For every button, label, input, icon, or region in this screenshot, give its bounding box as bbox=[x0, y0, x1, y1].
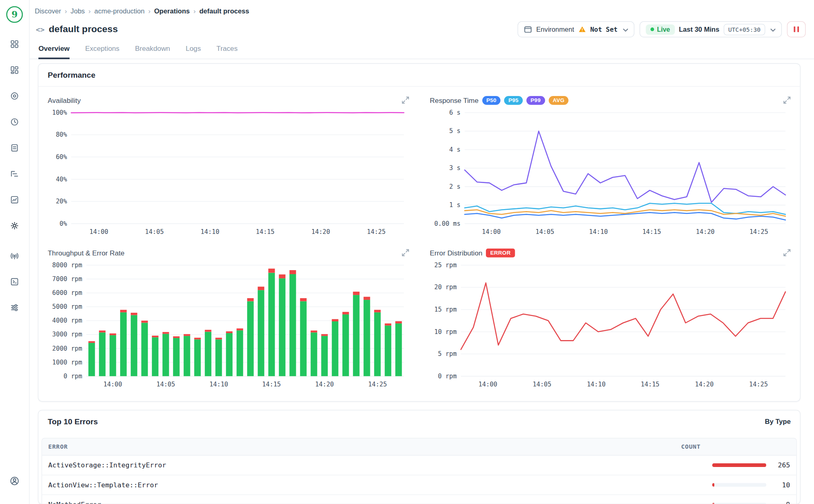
sidebar-item-target[interactable] bbox=[6, 87, 23, 105]
pause-icon bbox=[797, 26, 799, 32]
svg-text:14:00: 14:00 bbox=[479, 381, 497, 388]
breadcrumb-item[interactable]: Discover bbox=[35, 7, 61, 15]
chart-canvas-response-time[interactable]: 6 s5 s4 s3 s2 s1 s0.00 ms14:0014:0514:10… bbox=[430, 107, 790, 238]
table-row[interactable]: ActionView::Template::Error10 bbox=[42, 475, 796, 495]
breadcrumb-item[interactable]: Operations bbox=[154, 7, 190, 15]
time-range-selector[interactable]: Live Last 30 Mins UTC+05:30 bbox=[639, 21, 782, 37]
sidebar-item-chart[interactable] bbox=[6, 191, 23, 208]
count-value: 9 bbox=[772, 501, 790, 504]
sidebar-item-broadcast[interactable] bbox=[6, 247, 23, 264]
legend-badge-error[interactable]: ERROR bbox=[486, 248, 515, 257]
breadcrumb-item[interactable]: acme-production bbox=[94, 7, 145, 15]
environment-selector[interactable]: Environment Not Set bbox=[518, 21, 635, 37]
legend-badge-avg[interactable]: AVG bbox=[549, 96, 569, 105]
svg-text:40%: 40% bbox=[56, 176, 67, 183]
chart-panel-availability: Availability100%80%60%40%20%0%14:0014:05… bbox=[44, 90, 413, 242]
column-header-error: ERROR bbox=[48, 443, 681, 450]
expand-icon bbox=[402, 96, 409, 104]
tab-logs[interactable]: Logs bbox=[186, 45, 201, 59]
app-logo[interactable]: 9 bbox=[6, 6, 23, 23]
performance-card: Performance Availability100%80%60%40%20%… bbox=[38, 63, 801, 402]
chart-canvas-availability[interactable]: 100%80%60%40%20%0%14:0014:0514:1014:1514… bbox=[48, 107, 409, 238]
sidebar-item-dashboard[interactable] bbox=[6, 61, 23, 79]
svg-text:0.00 ms: 0.00 ms bbox=[434, 220, 460, 227]
svg-text:5 s: 5 s bbox=[449, 127, 461, 135]
svg-text:3000 rpm: 3000 rpm bbox=[52, 331, 82, 338]
dashboard-icon bbox=[11, 66, 19, 74]
count-cell: 9 bbox=[681, 501, 790, 504]
by-type-filter[interactable]: By Type bbox=[765, 418, 790, 425]
chart-panel-throughput: Throughput & Error Rate8000 rpm7000 rpm6… bbox=[44, 242, 413, 395]
apps-icon bbox=[11, 40, 19, 48]
svg-text:14:10: 14:10 bbox=[201, 228, 219, 236]
count-bar-track bbox=[712, 483, 766, 487]
chart-canvas-throughput[interactable]: 8000 rpm7000 rpm6000 rpm5000 rpm4000 rpm… bbox=[48, 260, 409, 391]
live-label: Live bbox=[657, 26, 670, 33]
expand-chart-button[interactable] bbox=[402, 249, 409, 256]
svg-text:80%: 80% bbox=[56, 131, 67, 138]
chart-canvas-error-distribution[interactable]: 25 rpm20 rpm15 rpm10 rpm5 rpm0 rpm14:001… bbox=[430, 260, 790, 391]
errors-table: ERROR COUNT ActiveStorage::IntegrityErro… bbox=[42, 438, 797, 504]
tab-breakdown[interactable]: Breakdown bbox=[135, 45, 170, 59]
count-value: 265 bbox=[772, 461, 790, 469]
legend-badge-p99[interactable]: P99 bbox=[526, 96, 545, 105]
environment-label: Environment bbox=[536, 25, 574, 33]
legend-badge-p95[interactable]: P95 bbox=[504, 96, 523, 105]
sidebar-item-trace[interactable] bbox=[6, 165, 23, 183]
table-row[interactable]: NoMethodError9 bbox=[42, 495, 796, 504]
svg-text:3 s: 3 s bbox=[449, 164, 461, 172]
chevron-down-icon bbox=[770, 25, 776, 34]
sliders-icon bbox=[11, 303, 19, 312]
count-value: 10 bbox=[772, 481, 790, 489]
breadcrumb-separator: › bbox=[193, 7, 196, 15]
sidebar-item-gear[interactable] bbox=[6, 217, 23, 234]
svg-text:14:10: 14:10 bbox=[210, 381, 228, 388]
sidebar-bottom bbox=[6, 472, 23, 498]
expand-chart-button[interactable] bbox=[783, 249, 791, 256]
svg-text:7000 rpm: 7000 rpm bbox=[52, 275, 82, 283]
page-header: <> default process Environment bbox=[30, 15, 814, 37]
sidebar-item-clock[interactable] bbox=[6, 113, 23, 131]
svg-text:25 rpm: 25 rpm bbox=[434, 262, 457, 269]
svg-text:4 s: 4 s bbox=[449, 146, 461, 153]
table-row[interactable]: ActiveStorage::IntegrityError265 bbox=[42, 456, 796, 475]
code-icon: <> bbox=[36, 25, 45, 33]
breadcrumb-item[interactable]: Jobs bbox=[70, 7, 85, 15]
svg-text:14:00: 14:00 bbox=[482, 228, 501, 236]
svg-text:14:20: 14:20 bbox=[311, 228, 330, 236]
sidebar-item-apps[interactable] bbox=[6, 35, 23, 53]
sidebar-item-document[interactable] bbox=[6, 139, 23, 157]
live-dot-icon bbox=[650, 28, 654, 31]
expand-chart-button[interactable] bbox=[783, 96, 791, 104]
svg-text:14:20: 14:20 bbox=[695, 381, 713, 388]
pause-button[interactable] bbox=[787, 21, 806, 37]
expand-chart-button[interactable] bbox=[402, 96, 409, 104]
svg-text:5 rpm: 5 rpm bbox=[438, 350, 457, 358]
breadcrumb-separator: › bbox=[148, 7, 151, 15]
page-title: default process bbox=[49, 24, 118, 35]
legend-badge-p50[interactable]: P50 bbox=[482, 96, 501, 105]
trace-icon bbox=[11, 170, 19, 178]
sidebar-item-sliders[interactable] bbox=[6, 299, 23, 316]
chart-title: Error Distribution bbox=[430, 249, 482, 257]
chevron-down-icon bbox=[623, 25, 628, 34]
performance-title: Performance bbox=[48, 70, 95, 79]
sidebar-item-terminal[interactable] bbox=[6, 273, 23, 290]
chart-header-throughput: Throughput & Error Rate bbox=[48, 247, 409, 259]
svg-text:5000 rpm: 5000 rpm bbox=[52, 303, 82, 310]
tab-exceptions[interactable]: Exceptions bbox=[85, 45, 119, 59]
top-errors-header: Top 10 Errors By Type bbox=[38, 410, 800, 433]
svg-text:4000 rpm: 4000 rpm bbox=[52, 317, 82, 324]
error-name: ActionView::Template::Error bbox=[48, 481, 681, 489]
sidebar-item-account[interactable] bbox=[6, 472, 23, 489]
tab-traces[interactable]: Traces bbox=[217, 45, 238, 59]
errors-table-head: ERROR COUNT bbox=[42, 439, 796, 456]
svg-text:20%: 20% bbox=[56, 198, 67, 205]
expand-icon bbox=[402, 249, 409, 256]
breadcrumb-separator: › bbox=[88, 7, 91, 15]
time-range-label: Last 30 Mins bbox=[679, 25, 720, 33]
svg-text:14:05: 14:05 bbox=[533, 381, 551, 388]
tab-overview[interactable]: Overview bbox=[38, 45, 70, 59]
svg-text:15 rpm: 15 rpm bbox=[434, 306, 457, 313]
main-area: Discover›Jobs›acme-production›Operations… bbox=[30, 0, 814, 504]
